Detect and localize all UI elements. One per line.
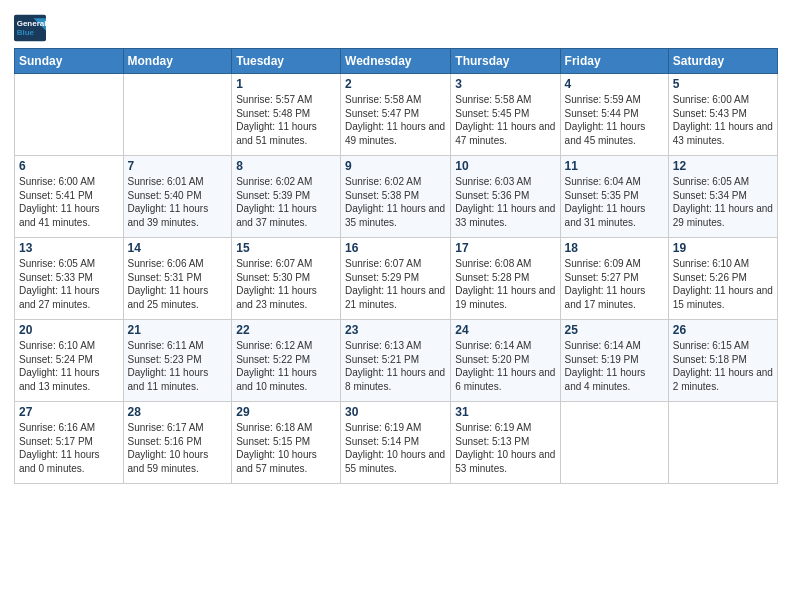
day-info: Sunrise: 6:14 AMSunset: 5:19 PMDaylight:…: [565, 339, 664, 393]
weekday-header: Wednesday: [341, 49, 451, 74]
day-number: 12: [673, 159, 773, 173]
day-number: 16: [345, 241, 446, 255]
logo-icon: General Blue: [14, 14, 46, 42]
calendar-week-row: 6Sunrise: 6:00 AMSunset: 5:41 PMDaylight…: [15, 156, 778, 238]
day-info: Sunrise: 6:10 AMSunset: 5:26 PMDaylight:…: [673, 257, 773, 311]
day-info: Sunrise: 5:58 AMSunset: 5:45 PMDaylight:…: [455, 93, 555, 147]
day-info: Sunrise: 6:06 AMSunset: 5:31 PMDaylight:…: [128, 257, 228, 311]
day-info: Sunrise: 6:16 AMSunset: 5:17 PMDaylight:…: [19, 421, 119, 475]
header: General Blue: [14, 10, 778, 42]
calendar-week-row: 13Sunrise: 6:05 AMSunset: 5:33 PMDayligh…: [15, 238, 778, 320]
day-number: 5: [673, 77, 773, 91]
calendar-cell: 3Sunrise: 5:58 AMSunset: 5:45 PMDaylight…: [451, 74, 560, 156]
calendar-cell: 8Sunrise: 6:02 AMSunset: 5:39 PMDaylight…: [232, 156, 341, 238]
calendar-cell: 13Sunrise: 6:05 AMSunset: 5:33 PMDayligh…: [15, 238, 124, 320]
calendar-cell: 2Sunrise: 5:58 AMSunset: 5:47 PMDaylight…: [341, 74, 451, 156]
logo-area: General Blue: [14, 14, 48, 42]
calendar-table: SundayMondayTuesdayWednesdayThursdayFrid…: [14, 48, 778, 484]
day-info: Sunrise: 5:58 AMSunset: 5:47 PMDaylight:…: [345, 93, 446, 147]
calendar-cell: 26Sunrise: 6:15 AMSunset: 5:18 PMDayligh…: [668, 320, 777, 402]
calendar-cell: 24Sunrise: 6:14 AMSunset: 5:20 PMDayligh…: [451, 320, 560, 402]
calendar-cell: 28Sunrise: 6:17 AMSunset: 5:16 PMDayligh…: [123, 402, 232, 484]
calendar-cell: [560, 402, 668, 484]
day-info: Sunrise: 6:03 AMSunset: 5:36 PMDaylight:…: [455, 175, 555, 229]
day-number: 19: [673, 241, 773, 255]
day-number: 27: [19, 405, 119, 419]
calendar-cell: 22Sunrise: 6:12 AMSunset: 5:22 PMDayligh…: [232, 320, 341, 402]
day-number: 4: [565, 77, 664, 91]
day-info: Sunrise: 6:11 AMSunset: 5:23 PMDaylight:…: [128, 339, 228, 393]
day-info: Sunrise: 6:19 AMSunset: 5:14 PMDaylight:…: [345, 421, 446, 475]
day-number: 28: [128, 405, 228, 419]
day-info: Sunrise: 6:18 AMSunset: 5:15 PMDaylight:…: [236, 421, 336, 475]
weekday-header: Sunday: [15, 49, 124, 74]
day-number: 6: [19, 159, 119, 173]
calendar-cell: 7Sunrise: 6:01 AMSunset: 5:40 PMDaylight…: [123, 156, 232, 238]
calendar-cell: 21Sunrise: 6:11 AMSunset: 5:23 PMDayligh…: [123, 320, 232, 402]
day-number: 18: [565, 241, 664, 255]
day-info: Sunrise: 6:12 AMSunset: 5:22 PMDaylight:…: [236, 339, 336, 393]
calendar-cell: 5Sunrise: 6:00 AMSunset: 5:43 PMDaylight…: [668, 74, 777, 156]
calendar-cell: 29Sunrise: 6:18 AMSunset: 5:15 PMDayligh…: [232, 402, 341, 484]
calendar-cell: 15Sunrise: 6:07 AMSunset: 5:30 PMDayligh…: [232, 238, 341, 320]
day-info: Sunrise: 6:13 AMSunset: 5:21 PMDaylight:…: [345, 339, 446, 393]
day-info: Sunrise: 6:19 AMSunset: 5:13 PMDaylight:…: [455, 421, 555, 475]
day-info: Sunrise: 6:04 AMSunset: 5:35 PMDaylight:…: [565, 175, 664, 229]
calendar-cell: [668, 402, 777, 484]
calendar-cell: 12Sunrise: 6:05 AMSunset: 5:34 PMDayligh…: [668, 156, 777, 238]
day-number: 24: [455, 323, 555, 337]
calendar-cell: 18Sunrise: 6:09 AMSunset: 5:27 PMDayligh…: [560, 238, 668, 320]
day-info: Sunrise: 5:57 AMSunset: 5:48 PMDaylight:…: [236, 93, 336, 147]
day-number: 20: [19, 323, 119, 337]
day-info: Sunrise: 6:00 AMSunset: 5:43 PMDaylight:…: [673, 93, 773, 147]
day-info: Sunrise: 6:01 AMSunset: 5:40 PMDaylight:…: [128, 175, 228, 229]
weekday-header: Thursday: [451, 49, 560, 74]
calendar-header-row: SundayMondayTuesdayWednesdayThursdayFrid…: [15, 49, 778, 74]
day-info: Sunrise: 6:05 AMSunset: 5:33 PMDaylight:…: [19, 257, 119, 311]
day-info: Sunrise: 6:14 AMSunset: 5:20 PMDaylight:…: [455, 339, 555, 393]
svg-text:General: General: [17, 19, 46, 28]
day-number: 21: [128, 323, 228, 337]
calendar-cell: 11Sunrise: 6:04 AMSunset: 5:35 PMDayligh…: [560, 156, 668, 238]
day-info: Sunrise: 6:00 AMSunset: 5:41 PMDaylight:…: [19, 175, 119, 229]
svg-text:Blue: Blue: [17, 28, 35, 37]
day-number: 25: [565, 323, 664, 337]
calendar-cell: 4Sunrise: 5:59 AMSunset: 5:44 PMDaylight…: [560, 74, 668, 156]
calendar-cell: 10Sunrise: 6:03 AMSunset: 5:36 PMDayligh…: [451, 156, 560, 238]
day-number: 29: [236, 405, 336, 419]
calendar-cell: 23Sunrise: 6:13 AMSunset: 5:21 PMDayligh…: [341, 320, 451, 402]
day-number: 2: [345, 77, 446, 91]
day-number: 10: [455, 159, 555, 173]
calendar-cell: 19Sunrise: 6:10 AMSunset: 5:26 PMDayligh…: [668, 238, 777, 320]
calendar-cell: 16Sunrise: 6:07 AMSunset: 5:29 PMDayligh…: [341, 238, 451, 320]
day-number: 17: [455, 241, 555, 255]
day-number: 26: [673, 323, 773, 337]
calendar-cell: 31Sunrise: 6:19 AMSunset: 5:13 PMDayligh…: [451, 402, 560, 484]
weekday-header: Monday: [123, 49, 232, 74]
day-number: 3: [455, 77, 555, 91]
day-number: 15: [236, 241, 336, 255]
day-info: Sunrise: 6:02 AMSunset: 5:38 PMDaylight:…: [345, 175, 446, 229]
day-info: Sunrise: 6:07 AMSunset: 5:30 PMDaylight:…: [236, 257, 336, 311]
day-info: Sunrise: 6:09 AMSunset: 5:27 PMDaylight:…: [565, 257, 664, 311]
day-number: 11: [565, 159, 664, 173]
calendar-cell: 17Sunrise: 6:08 AMSunset: 5:28 PMDayligh…: [451, 238, 560, 320]
day-info: Sunrise: 6:17 AMSunset: 5:16 PMDaylight:…: [128, 421, 228, 475]
weekday-header: Friday: [560, 49, 668, 74]
calendar-cell: [123, 74, 232, 156]
day-info: Sunrise: 6:10 AMSunset: 5:24 PMDaylight:…: [19, 339, 119, 393]
calendar-week-row: 1Sunrise: 5:57 AMSunset: 5:48 PMDaylight…: [15, 74, 778, 156]
day-info: Sunrise: 6:02 AMSunset: 5:39 PMDaylight:…: [236, 175, 336, 229]
weekday-header: Tuesday: [232, 49, 341, 74]
calendar-cell: 6Sunrise: 6:00 AMSunset: 5:41 PMDaylight…: [15, 156, 124, 238]
day-number: 9: [345, 159, 446, 173]
day-number: 30: [345, 405, 446, 419]
calendar-cell: 27Sunrise: 6:16 AMSunset: 5:17 PMDayligh…: [15, 402, 124, 484]
day-number: 7: [128, 159, 228, 173]
day-number: 8: [236, 159, 336, 173]
day-info: Sunrise: 6:15 AMSunset: 5:18 PMDaylight:…: [673, 339, 773, 393]
calendar-cell: 25Sunrise: 6:14 AMSunset: 5:19 PMDayligh…: [560, 320, 668, 402]
day-info: Sunrise: 5:59 AMSunset: 5:44 PMDaylight:…: [565, 93, 664, 147]
day-number: 1: [236, 77, 336, 91]
day-number: 23: [345, 323, 446, 337]
